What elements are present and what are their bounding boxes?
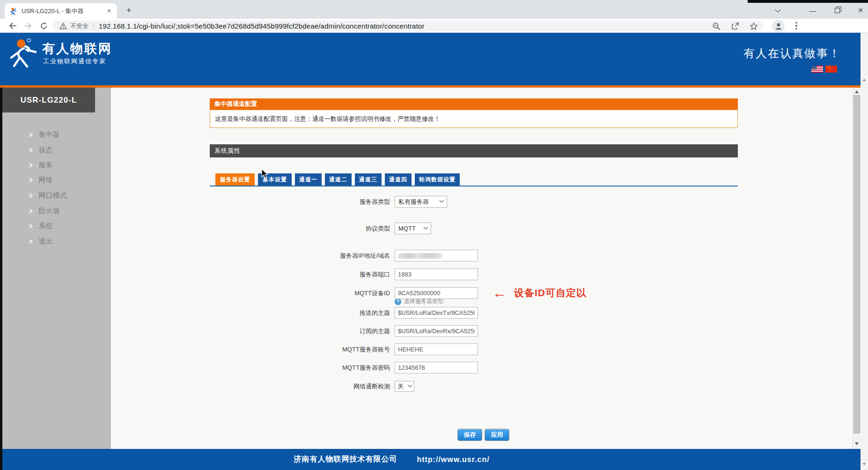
redacted-value-smudge <box>397 253 443 259</box>
device-model-title: USR-LG220-L <box>2 88 95 112</box>
help-icon: ? <box>395 298 401 305</box>
usr-favicon <box>10 7 17 15</box>
back-icon[interactable] <box>6 19 20 32</box>
net-detect-select[interactable]: 关 <box>395 381 414 392</box>
form-row-server-port: 服务器端口 <box>210 269 738 280</box>
window-minimize-button[interactable]: — <box>802 4 824 17</box>
panel-title-bar: 集中器通道配置 <box>210 98 738 110</box>
footer-url[interactable]: http://www.usr.cn/ <box>417 455 489 464</box>
chevron-right-icon: > <box>29 206 33 216</box>
sidebar-item-logout[interactable]: > 退出 <box>2 235 95 247</box>
tab-underline <box>210 186 738 187</box>
chevron-right-icon: > <box>29 160 33 170</box>
field-label: MQTT服务器账号 <box>268 343 390 355</box>
scroll-down-icon[interactable] <box>862 463 866 465</box>
chevron-down-icon <box>424 225 428 230</box>
brand-title: 有人物联网 <box>42 40 112 57</box>
site-header: 有人物联网 工业物联网通信专家 有人在认真做事！ <box>0 33 868 85</box>
chevron-right-icon: > <box>29 237 33 246</box>
chevron-right-icon: > <box>29 221 33 231</box>
tab-server-settings[interactable]: 服务器设置 <box>215 173 255 186</box>
field-label: 订阅的主题 <box>268 325 390 337</box>
tab-channel-1[interactable]: 通道一 <box>295 173 322 186</box>
scroll-down-icon[interactable] <box>853 440 861 447</box>
sidebar-item-services[interactable]: > 服务 <box>2 159 95 171</box>
field-label: MQTT设备ID <box>268 287 390 299</box>
scroll-up-icon[interactable] <box>853 88 861 95</box>
footer-company: 济南有人物联网技术有限公司 <box>294 455 397 464</box>
scroll-up-icon[interactable] <box>862 79 866 81</box>
tab-search-chevron-icon[interactable] <box>767 4 788 17</box>
chevron-right-icon: > <box>29 145 33 155</box>
window-close-button[interactable]: ✕ <box>850 4 868 17</box>
main-content: 集中器通道配置 这里是集中器通道配置页面，注意：通道一数据请参照说明书修改，严禁… <box>111 88 853 449</box>
tab-channel-4[interactable]: 通道四 <box>385 173 412 186</box>
browser-tab[interactable]: USR-LG220-L - 集中器 ✕ <box>5 3 117 19</box>
browser-menu-icon[interactable] <box>792 20 801 32</box>
section-title-bar: 系统属性 <box>210 144 738 157</box>
mqtt-device-id-input[interactable] <box>395 287 478 299</box>
sidebar-item-firewall[interactable]: > 防火墙 <box>2 205 95 217</box>
publish-topic-input[interactable] <box>395 307 478 319</box>
not-secure-warning-icon <box>59 22 67 30</box>
server-type-select[interactable]: 私有服务器 <box>395 196 447 208</box>
usr-logo <box>8 37 39 69</box>
scrollbar-thumb[interactable] <box>853 95 860 433</box>
sidebar-item-network[interactable]: > 网络 <box>2 174 95 186</box>
chevron-right-icon: > <box>29 130 33 139</box>
us-flag-icon[interactable] <box>811 66 823 73</box>
form-row-account: MQTT服务器账号 <box>210 343 738 355</box>
form-row-server-type: 服务器类型 私有服务器 <box>210 196 738 208</box>
left-arrow-icon: ← <box>493 287 507 299</box>
profile-avatar[interactable] <box>772 20 785 32</box>
zoom-icon[interactable] <box>712 22 721 30</box>
page-footer: 济南有人物联网技术有限公司 http://www.usr.cn/ <box>2 449 861 470</box>
bookmark-star-icon[interactable] <box>750 22 758 30</box>
sidebar-item-system[interactable]: > 系统 <box>2 220 95 232</box>
content-scrollbar[interactable] <box>853 88 861 449</box>
share-icon[interactable] <box>731 22 739 30</box>
tab-channel-2[interactable]: 通道二 <box>325 173 352 186</box>
apply-button[interactable]: 应用 <box>485 429 509 441</box>
protocol-select[interactable]: MQTT <box>395 223 431 234</box>
field-label: MQTT服务器密码 <box>268 362 390 373</box>
tab-poll-data-settings[interactable]: 轮询数据设置 <box>415 173 460 186</box>
form-row-server-ip: 服务器IP地址/域名 <box>210 250 738 261</box>
security-label[interactable]: 不安全 <box>70 22 88 30</box>
subscribe-topic-input[interactable] <box>395 325 478 337</box>
reload-icon[interactable] <box>37 19 51 32</box>
device-id-annotation: ← 设备ID可自定以 <box>493 286 587 299</box>
tab-close-icon[interactable]: ✕ <box>105 7 113 15</box>
field-label: 服务器类型 <box>268 196 390 208</box>
browser-scrollbar[interactable] <box>861 33 868 470</box>
mqtt-account-input[interactable] <box>395 343 478 355</box>
sidebar-item-port-mode[interactable]: > 网口模式 <box>2 189 95 201</box>
form-tabs: 服务器设置 基本设置 通道一 通道二 通道三 通道四 轮询数据设置 <box>210 173 738 186</box>
url-text[interactable]: 192.168.1.1/cgi-bin/luci/;stok=5e50b3ee7… <box>99 22 706 30</box>
mqtt-password-input[interactable] <box>395 362 478 373</box>
form-row-net-detect: 网络通断检测 关 <box>210 381 738 392</box>
form-row-device-id: MQTT设备ID ← 设备ID可自定以 <box>210 287 738 299</box>
screen-edge-artifact <box>748 0 868 3</box>
omnibox-divider <box>93 22 94 30</box>
server-port-input[interactable] <box>395 269 478 280</box>
cn-flag-icon[interactable] <box>825 66 837 73</box>
form-row-protocol: 协议类型 MQTT <box>210 223 738 234</box>
field-label: 服务器IP地址/域名 <box>268 250 390 261</box>
address-bar[interactable]: 不安全 192.168.1.1/cgi-bin/luci/;stok=5e50b… <box>53 21 763 31</box>
sidebar-item-status[interactable]: > 状态 <box>2 144 95 156</box>
form-row-password: MQTT服务器密码 <box>210 362 738 373</box>
tab-title: USR-LG220-L - 集中器 <box>22 7 105 15</box>
new-tab-button[interactable]: + <box>123 4 135 16</box>
panel-note: 这里是集中器通道配置页面，注意：通道一数据请参照说明书修改，严禁随意修改！ <box>210 110 738 128</box>
browser-window: USR-LG220-L - 集中器 ✕ + — ✕ 不安全 192.168.1.… <box>0 0 868 470</box>
save-button[interactable]: 保存 <box>457 429 482 441</box>
field-label: 推送的主题 <box>268 307 390 319</box>
form-row-pub-topic: 推送的主题 <box>210 307 738 319</box>
field-label: 服务器端口 <box>268 269 390 280</box>
brand-subtitle: 工业物联网通信专家 <box>43 57 106 66</box>
chevron-right-icon: > <box>29 175 33 185</box>
sidebar-item-concentrator[interactable]: > 集中器 <box>2 128 95 141</box>
tab-channel-3[interactable]: 通道三 <box>355 173 382 186</box>
window-restore-button[interactable] <box>826 4 848 17</box>
